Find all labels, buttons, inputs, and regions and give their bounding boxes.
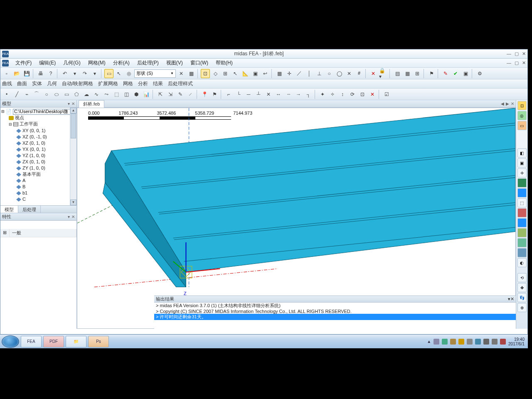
view-b-button[interactable] [517, 238, 527, 247]
dim4-button[interactable]: ┴ [254, 90, 263, 99]
apply-button[interactable]: ☑ [382, 90, 391, 99]
model-tree[interactable]: ⊟ 📄 ▲ 视点 ⊟ 工作平面 XY (0, 0, 1) XZ (0, -1, … [0, 108, 76, 206]
solid2-button[interactable]: ◫ [122, 90, 131, 99]
poly-button[interactable]: ⬠ [72, 90, 81, 99]
system-tray[interactable]: ▲ 19:40 2017/6/1 [427, 337, 528, 346]
tray-icon-9[interactable] [500, 339, 506, 345]
polyline-button[interactable]: ⌁ [22, 90, 31, 99]
plane-c[interactable]: C [22, 197, 26, 202]
view-c-button[interactable] [517, 248, 527, 257]
circle2-button[interactable]: ○ [42, 90, 51, 99]
tab-analysis[interactable]: 分析 [138, 80, 148, 87]
arc-button[interactable]: ⌒ [32, 90, 41, 99]
close-button[interactable]: ✕ [522, 51, 526, 57]
file-path-field[interactable] [13, 109, 73, 115]
cursor-button[interactable]: ↖ [231, 69, 240, 78]
tree-workplane[interactable]: 工作平面 [20, 121, 38, 126]
cross-button[interactable]: ✕ [345, 69, 354, 78]
bez-button[interactable]: ⤳ [102, 90, 111, 99]
dim3-button[interactable]: ─ [244, 90, 253, 99]
tab-post[interactable]: 后处理 [18, 206, 41, 213]
taskbar-app-fea[interactable]: FEA [21, 336, 42, 347]
plane-base[interactable]: 基本平面 [22, 172, 41, 177]
pick-button[interactable]: ↖ [114, 69, 123, 78]
tab-automesh[interactable]: 自动/映射网格 [62, 80, 93, 87]
tab-model[interactable]: 模型 [0, 206, 18, 213]
select-mode-button[interactable]: ▭ [104, 69, 113, 78]
tab-geometry[interactable]: 几何 [47, 80, 57, 87]
taskbar-app-pdf[interactable]: PDF [43, 336, 64, 347]
output-body[interactable]: > midas FEA Version 3.7.0 (1) (土木结构非线性详细… [154, 303, 516, 329]
plane-xy[interactable]: XY (0, 0, 1) [22, 128, 45, 133]
scroll-thumb[interactable] [71, 113, 76, 138]
fit-view-button[interactable]: ⊡ [517, 101, 527, 110]
wire-view-button[interactable]: ⬚ [517, 198, 527, 207]
solid3-button[interactable]: ⬢ [132, 90, 141, 99]
prop-group-general[interactable]: 一般 [10, 229, 76, 237]
plane-zx[interactable]: ZX (0, 1, 0) [22, 159, 45, 164]
menu-view[interactable]: 视图(V) [165, 59, 185, 67]
ring-button[interactable]: ◯ [335, 69, 344, 78]
redo-down-icon[interactable]: ▾ [90, 69, 99, 78]
tool-a-button[interactable]: ✎ [441, 69, 450, 78]
lock-button[interactable]: 🔒▾ [379, 69, 388, 78]
prop-close-icon[interactable]: ✕ [71, 214, 75, 219]
dim8-button[interactable]: → [294, 90, 303, 99]
open-button[interactable]: 📂 [12, 69, 21, 78]
chart-button[interactable]: 📊 [142, 90, 151, 99]
document-tab[interactable]: 斜桥.feb [79, 100, 104, 108]
zoom-all-button[interactable]: ◎ [517, 111, 527, 120]
rotate-button[interactable]: ⟲ [517, 273, 527, 282]
ellipse-button[interactable]: ⬭ [52, 90, 61, 99]
hash-button[interactable]: ＃ [355, 69, 364, 78]
trans-view-button[interactable] [517, 218, 527, 227]
save-button[interactable]: 💾 [22, 69, 31, 78]
menu-post[interactable]: 后处理(P) [135, 59, 160, 67]
tree-scrollbar[interactable]: ▲ ▼ [70, 108, 76, 205]
zoom-win-button[interactable]: ▭ [517, 121, 527, 130]
plane-yz[interactable]: YZ (1, 0, 0) [22, 153, 45, 158]
ext1-button[interactable]: ⇱ [156, 90, 165, 99]
measure-button[interactable]: 📐 [241, 69, 250, 78]
prop-pin-icon[interactable]: ▾ [68, 214, 70, 219]
delete-button[interactable]: ✕ [369, 69, 378, 78]
tab-close-icon[interactable]: ✕ [511, 101, 514, 106]
options-button[interactable]: ⚙ [475, 69, 484, 78]
clear-sel-button[interactable]: ✕ [177, 69, 186, 78]
filter-button[interactable]: ▦ [187, 69, 196, 78]
view-e-button[interactable]: ⊕ [517, 303, 527, 312]
scroll-up-icon[interactable]: ▲ [70, 108, 76, 113]
menu-help[interactable]: 帮助(H) [214, 59, 234, 67]
menu-file[interactable]: 文件(F) [14, 59, 33, 67]
perp-button[interactable]: ⊥ [315, 69, 324, 78]
dim6-button[interactable]: ↔ [274, 90, 283, 99]
solid-view-button[interactable] [517, 178, 527, 187]
snap3-button[interactable]: ⊞ [221, 69, 230, 78]
rect-button[interactable]: ▭ [62, 90, 71, 99]
del2-button[interactable]: ✕ [368, 90, 377, 99]
mod1-button[interactable]: ✦ [318, 90, 327, 99]
menu-window[interactable]: 窗口(W) [189, 59, 210, 67]
start-button[interactable] [2, 335, 19, 348]
vline-button[interactable]: │ [305, 69, 314, 78]
tab-poststyle[interactable]: 后处理样式 [168, 80, 193, 87]
plane-a[interactable]: A [22, 178, 25, 183]
back-button[interactable]: ↩ [261, 69, 270, 78]
table2-button[interactable]: ▦ [403, 69, 412, 78]
pin-button[interactable]: 📍 [200, 90, 209, 99]
tab-result[interactable]: 结果 [153, 80, 163, 87]
menu-edit[interactable]: 编辑(E) [37, 59, 57, 67]
axis-toggle-button[interactable]: ✛ [285, 69, 294, 78]
dim5-button[interactable]: ✕ [264, 90, 273, 99]
print-button[interactable]: 🖶 [36, 69, 45, 78]
hidden-view-button[interactable] [517, 208, 527, 217]
tray-icon-7[interactable] [483, 339, 489, 345]
flag-button[interactable]: ⚑ [210, 90, 219, 99]
model-panel-header[interactable]: 模型 ▾✕ [0, 100, 76, 108]
output-close-icon[interactable]: ✕ [510, 296, 514, 301]
line-tool-button[interactable]: ／ [295, 69, 304, 78]
tray-icon-4[interactable] [458, 339, 464, 345]
mod3-button[interactable]: ↕ [338, 90, 347, 99]
table1-button[interactable]: ▤ [393, 69, 402, 78]
doc-minimize-button[interactable]: — [507, 60, 511, 66]
